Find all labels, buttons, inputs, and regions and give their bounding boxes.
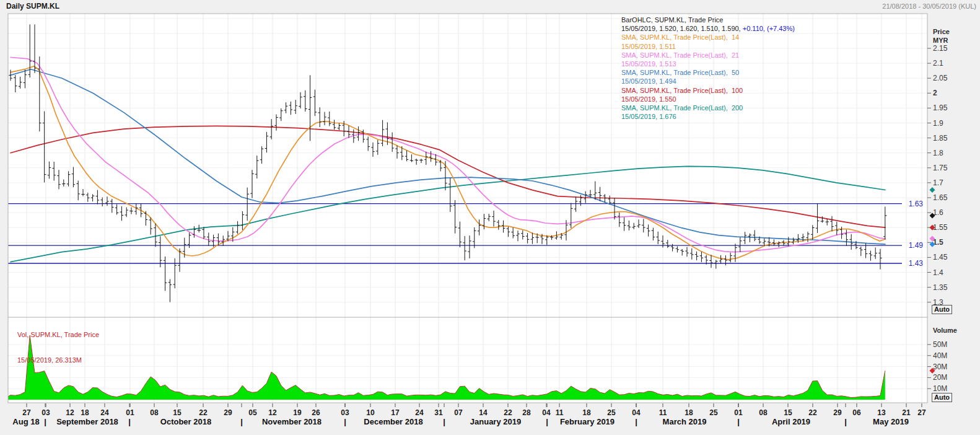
month-label: April 2019 xyxy=(772,417,810,426)
day-tick-label: 15 xyxy=(173,408,182,417)
chart-canvas[interactable]: 1.631.491.432.152.12.0521.951.91.851.81.… xyxy=(0,0,980,435)
month-separator: | xyxy=(844,417,847,426)
legend-segment: 15/05/2019, 1.676 xyxy=(621,113,676,120)
price-level-label: 1.43 xyxy=(909,259,924,268)
legend-segment: 15/05/2019, 1.511 xyxy=(621,43,676,50)
indicator-legend: BarOHLC, SUPM.KL, Trade Price15/05/2019,… xyxy=(621,15,795,121)
volume-tick-label: 10M xyxy=(933,384,947,393)
chart-window: Daily SUPM.KL 21/08/2018 - 30/05/2019 (K… xyxy=(0,0,980,435)
volume-legend-line2: 15/05/2019, 26.313M xyxy=(17,356,99,365)
day-tick-label: 25 xyxy=(709,408,718,417)
day-tick-label: 29 xyxy=(224,408,232,417)
price-axis-currency: MYR xyxy=(933,36,950,45)
day-tick-label: 24 xyxy=(100,408,109,417)
day-tick-label: 03 xyxy=(341,408,349,417)
day-tick-label: 18 xyxy=(685,408,693,417)
volume-tick-label: 20M xyxy=(933,373,947,382)
price-tick-label: 1.4 xyxy=(933,268,943,277)
legend-segment: 15/05/2019, 1.550 xyxy=(621,95,676,103)
legend-line: 15/05/2019, 1.494 xyxy=(621,77,795,86)
price-tick-label: 1.35 xyxy=(933,283,948,292)
legend-line: 15/05/2019, 1.676 xyxy=(621,112,795,121)
month-separator: | xyxy=(128,417,131,426)
day-tick-label: 05 xyxy=(248,408,257,417)
month-separator: | xyxy=(635,417,637,426)
day-tick-label: 01 xyxy=(734,408,743,417)
month-label: December 2018 xyxy=(364,417,422,426)
day-tick-label: 28 xyxy=(522,408,531,417)
month-separator: | xyxy=(737,417,740,426)
day-tick-label: 18 xyxy=(582,408,591,417)
legend-line: SMA, SUPM.KL, Trade Price(Last), 50 xyxy=(621,68,795,77)
month-label: February 2019 xyxy=(560,417,615,426)
volume-legend-line1: Vol, SUPM.KL, Trade Price xyxy=(17,331,99,340)
price-tick-label: 2 xyxy=(933,89,937,97)
day-tick-label: 13 xyxy=(877,408,886,417)
legend-segment: 15/05/2019, 1.494 xyxy=(621,77,676,85)
day-tick-label: 22 xyxy=(504,408,512,417)
day-tick-label: 19 xyxy=(293,408,302,417)
legend-segment: SMA, SUPM.KL, Trade Price(Last), 14 xyxy=(621,33,739,41)
day-tick-label: 14 xyxy=(479,408,488,417)
volume-axis-header: Volume xyxy=(933,326,957,335)
legend-line: 15/05/2019, 1.513 xyxy=(621,59,795,68)
month-label: September 2018 xyxy=(56,417,118,426)
price-tick-label: 2.1 xyxy=(933,59,943,68)
legend-segment: SMA, SUPM.KL, Trade Price(Last), 21 xyxy=(621,51,739,59)
day-tick-label: 26 xyxy=(312,408,320,417)
price-tick-label: 1.85 xyxy=(933,134,948,143)
price-level-label: 1.49 xyxy=(909,241,924,250)
month-separator: | xyxy=(546,417,548,426)
price-tick-label: 1.7 xyxy=(933,178,943,187)
price-tick-label: 1.5 xyxy=(933,238,943,247)
day-tick-label: 03 xyxy=(42,408,50,417)
legend-segment: +0.110, (+7.43%) xyxy=(743,25,795,32)
legend-segment: SMA, SUPM.KL, Trade Price(Last), 200 xyxy=(621,104,743,112)
day-tick-label: 04 xyxy=(542,408,551,417)
volume-auto-button[interactable]: Auto xyxy=(932,393,952,402)
price-tick-label: 1.95 xyxy=(933,103,948,112)
day-tick-label: 29 xyxy=(833,408,842,417)
day-tick-label: 10 xyxy=(366,408,375,417)
day-tick-label: 08 xyxy=(150,408,159,417)
day-tick-label: 11 xyxy=(556,408,564,417)
price-auto-button[interactable]: Auto xyxy=(932,305,952,314)
volume-tick-label: 30M xyxy=(933,362,947,371)
legend-line: 15/05/2019, 1.511 xyxy=(621,42,795,51)
legend-line: SMA, SUPM.KL, Trade Price(Last), 100 xyxy=(621,86,795,95)
legend-line: SMA, SUPM.KL, Trade Price(Last), 14 xyxy=(621,33,795,42)
day-tick-label: 27 xyxy=(917,408,926,417)
legend-line: 15/05/2019, 1.550 xyxy=(621,95,795,103)
month-label: March 2019 xyxy=(663,417,707,426)
price-tick-label: 1.8 xyxy=(933,149,943,157)
day-tick-label: 04 xyxy=(632,408,641,417)
price-marker-diamond xyxy=(930,187,935,193)
price-tick-label: 1.45 xyxy=(933,253,948,261)
legend-line: SMA, SUPM.KL, Trade Price(Last), 200 xyxy=(621,103,795,112)
legend-segment: SMA, SUPM.KL, Trade Price(Last), 100 xyxy=(621,87,743,94)
legend-line: BarOHLC, SUPM.KL, Trade Price xyxy=(621,15,795,24)
day-tick-label: 31 xyxy=(434,408,443,417)
legend-segment: SMA, SUPM.KL, Trade Price(Last), 50 xyxy=(621,69,739,76)
day-tick-label: 12 xyxy=(268,408,277,417)
price-tick-label: 2.05 xyxy=(933,74,948,82)
day-tick-label: 22 xyxy=(199,408,208,417)
month-label: May 2019 xyxy=(873,417,909,426)
day-tick-label: 18 xyxy=(81,408,89,417)
day-tick-label: 06 xyxy=(852,408,861,417)
volume-tick-label: 40M xyxy=(933,351,947,360)
legend-line: 15/05/2019, 1.520, 1.620, 1.510, 1.590, … xyxy=(621,24,795,33)
volume-axis-title: Volume xyxy=(933,326,957,335)
month-separator: | xyxy=(240,417,243,426)
price-axis-title: Price xyxy=(933,27,950,36)
price-level-label: 1.63 xyxy=(909,200,924,208)
date-axis-ticks xyxy=(27,403,922,407)
day-tick-label: 07 xyxy=(454,408,463,417)
month-label: Aug 18 xyxy=(12,417,39,426)
price-tick-label: 1.55 xyxy=(933,223,948,232)
month-separator: | xyxy=(44,417,46,426)
day-tick-label: 21 xyxy=(902,408,911,417)
day-tick-label: 24 xyxy=(415,408,424,417)
price-tick-label: 1.9 xyxy=(933,119,943,128)
legend-segment: BarOHLC, SUPM.KL, Trade Price xyxy=(621,16,723,24)
